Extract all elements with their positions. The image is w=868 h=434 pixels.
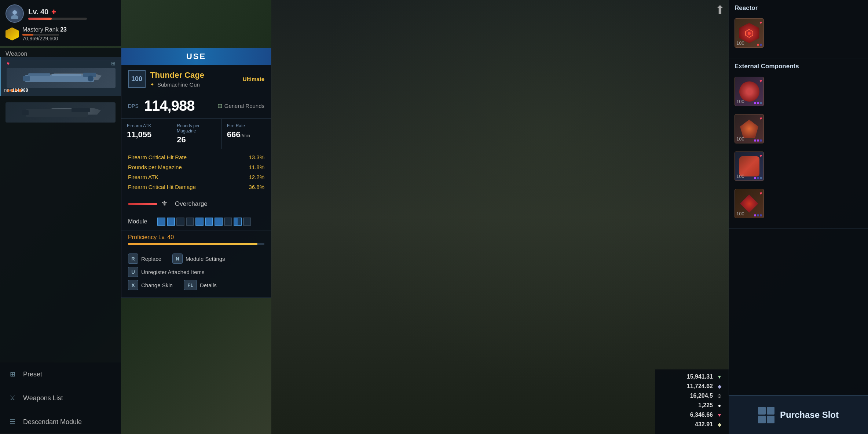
module-slot-9 [234, 218, 242, 226]
weapon-item-2[interactable] [0, 96, 121, 129]
weapon-type-row: ✦ Submachine Gun [150, 81, 238, 88]
unregister-label: Unregister Attached Items [141, 269, 205, 275]
nav-weapons-list[interactable]: ⚔ Weapons List [0, 386, 121, 410]
dps-row: DPS 114,988 ⊞ General Rounds [121, 93, 271, 119]
bonus-stats-list: Firearm Critical Hit Rate 13.3% Rounds p… [121, 149, 271, 195]
action-buttons: R Replace N Module Settings U Unregister… [121, 249, 271, 298]
details-key: F1 [184, 280, 197, 290]
mastery-label: Mastery Rank [22, 26, 59, 33]
weapon-name-group: Thunder Cage ✦ Submachine Gun [150, 70, 238, 88]
bonus-row-2: Firearm ATK 12.2% [121, 172, 271, 182]
ammo-icon: ⊞ [217, 102, 222, 109]
fire-rate-value: 666r/min [227, 130, 265, 139]
svg-rect-7 [52, 74, 81, 76]
weapon-info-row: 100 Thunder Cage ✦ Submachine Gun Ultima… [121, 65, 271, 93]
currency-row-1: 11,724.62 ◆ [661, 383, 723, 390]
rounds-value: 26 [177, 135, 215, 145]
module-slot-10 [243, 218, 251, 226]
bonus-name-3: Firearm Critical Hit Damage [128, 184, 196, 190]
weapon-type: Submachine Gun [157, 81, 200, 88]
currency-row-0: 15,941.31 ▼ [661, 373, 723, 380]
unregister-button[interactable]: U Unregister Attached Items [128, 267, 205, 277]
overcharge-text: Overcharge [175, 200, 208, 208]
slot-icon-cell-3 [758, 416, 766, 423]
svg-point-12 [748, 32, 751, 35]
unregister-key: U [128, 267, 138, 277]
ext-component-level-3: 100 [736, 174, 744, 179]
purchase-slot-button[interactable]: Purchase Slot [729, 395, 868, 434]
reactor-dots [757, 44, 762, 46]
slot-icon-cell-2 [767, 407, 774, 415]
bonus-value-2: 12.2% [249, 174, 264, 180]
stat-firearm-atk: Firearm ATK 11,055 [121, 119, 171, 149]
reactor-section: Reactor 100 ♥ [729, 0, 868, 58]
bonus-name-0: Firearm Critical Hit Rate [128, 154, 187, 160]
bonus-name-1: Rounds per Magazine [128, 164, 182, 170]
nav-preset[interactable]: ⊞ Preset [0, 362, 121, 386]
weapon-dps-value-badge: 114,988 [12, 88, 28, 93]
ext-component-image-4: 100 ♥ [735, 189, 764, 218]
descendant-module-icon: ☰ [7, 417, 18, 427]
weapons-list-icon: ⚔ [7, 393, 18, 403]
weapon-item-selected[interactable]: ♥ ⊞ DPS 114,988 [0, 57, 121, 96]
player-level: Lv. 40 [28, 8, 48, 16]
details-button[interactable]: F1 Details [184, 280, 217, 290]
change-skin-button[interactable]: X Change Skin [128, 280, 173, 290]
overcharge-row: ⚜ Overcharge [121, 195, 271, 213]
currency-row-5: 432.91 ◆ [661, 421, 723, 428]
module-settings-button[interactable]: N Module Settings [172, 254, 225, 264]
use-button-area[interactable]: Use [121, 48, 271, 65]
nav-descendant-module[interactable]: ☰ Descendant Module [0, 410, 121, 434]
currency-panel: 15,941.31 ▼ 11,724.62 ◆ 16,204.5 ⊙ 1,225… [655, 369, 729, 434]
currency-value-3: 1,225 [698, 402, 713, 409]
currency-icon-4: ♥ [716, 411, 723, 419]
ext-component-dots-2 [754, 139, 762, 142]
ext-component-dots-4 [754, 214, 762, 216]
overcharge-icon: ⚜ [161, 199, 171, 209]
industrial-background [271, 0, 729, 434]
external-components-section: External Components 100 ♥ 100 ♥ [729, 58, 868, 229]
upload-arrow-icon[interactable]: ⬆ [715, 3, 725, 17]
weapon-name: Thunder Cage [150, 70, 238, 80]
module-slot-2 [167, 218, 175, 226]
health-icon: ✚ [51, 8, 56, 15]
currency-icon-0: ▼ [716, 373, 723, 380]
right-panel: Reactor 100 ♥ External Components [729, 0, 868, 434]
weapon-detail-panel: Use 100 Thunder Cage ✦ Submachine Gun Ul… [121, 48, 271, 298]
svg-point-0 [12, 10, 17, 15]
use-button[interactable]: Use [186, 52, 206, 61]
external-component-1[interactable]: 100 ♥ [735, 74, 862, 108]
currency-value-0: 15,941.31 [687, 373, 713, 380]
currency-value-5: 432.91 [695, 421, 713, 428]
external-component-3[interactable]: 100 ♥ [735, 149, 862, 183]
currency-value-4: 6,346.66 [690, 412, 713, 418]
grid-icon: ⊞ [111, 61, 116, 66]
external-component-2[interactable]: 100 ♥ [735, 112, 862, 146]
weapon-level-badge: 100 [128, 70, 146, 88]
module-slot-6 [205, 218, 213, 226]
firearm-atk-label: Firearm ATK [127, 123, 165, 128]
svg-point-1 [11, 15, 18, 19]
module-settings-label: Module Settings [186, 256, 225, 262]
ext-component-image-2: 100 ♥ [735, 114, 764, 143]
details-label: Details [200, 282, 217, 288]
ext-component-dots-1 [754, 102, 762, 104]
svg-rect-9 [72, 108, 90, 112]
xp-bar-fill [28, 18, 52, 20]
xp-bar [28, 18, 87, 20]
rounds-label: Rounds per Magazine [177, 123, 215, 134]
currency-icon-1: ◆ [716, 383, 723, 390]
ext-component-shape-2 [740, 120, 758, 138]
ext-component-level-4: 100 [736, 211, 744, 216]
ext-component-heart-2: ♥ [759, 116, 762, 121]
stat-rounds: Rounds per Magazine 26 [171, 119, 221, 149]
reactor-image: 100 ♥ [735, 18, 764, 48]
bonus-value-0: 13.3% [249, 154, 264, 160]
replace-key: R [128, 254, 138, 264]
reactor-item[interactable]: 100 ♥ [735, 16, 862, 50]
stat-fire-rate: Fire Rate 666r/min [221, 119, 271, 149]
external-component-4[interactable]: 100 ♥ [735, 187, 862, 220]
proficiency-bar [128, 243, 264, 245]
ext-component-heart-3: ♥ [759, 153, 762, 158]
replace-button[interactable]: R Replace [128, 254, 161, 264]
